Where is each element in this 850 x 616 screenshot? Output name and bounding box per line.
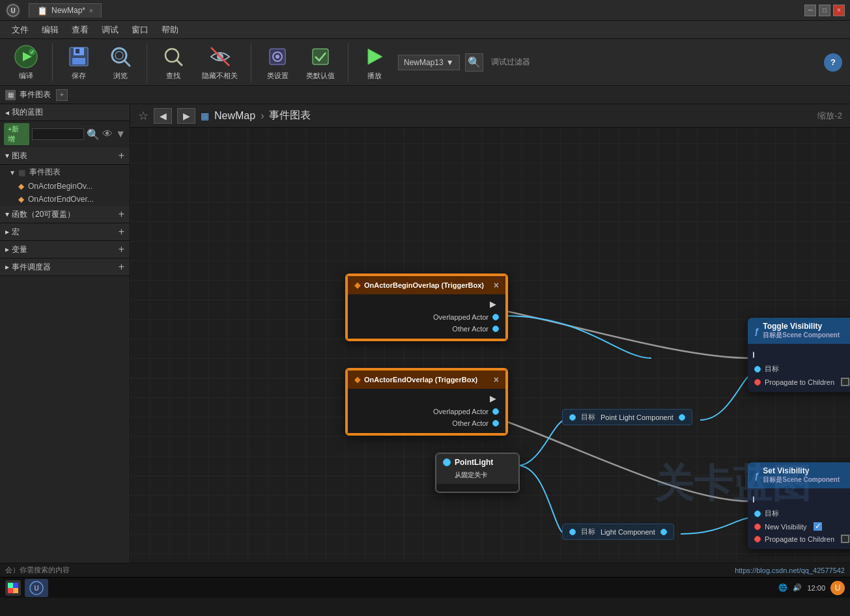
browse-label: 浏览: [113, 71, 128, 81]
menu-edit[interactable]: 编辑: [35, 21, 65, 38]
minimize-btn[interactable]: ─: [804, 5, 816, 16]
graph-section-header: ▾ 图表 +: [0, 147, 130, 165]
toolbar-divider-2: [147, 43, 147, 82]
begin-overlap-close[interactable]: ×: [494, 280, 499, 290]
end-overlap-event-icon: ◆: [354, 375, 360, 384]
svg-rect-24: [13, 583, 18, 588]
macro-section-header: ▸ 宏 +: [0, 223, 130, 241]
graph-add-btn[interactable]: +: [119, 150, 124, 161]
toggle-visibility-node[interactable]: ƒ Toggle Visibility 目标是Scene Component 目…: [748, 318, 850, 392]
save-label: 保存: [72, 71, 86, 81]
taskbar-user-avatar[interactable]: U: [830, 581, 845, 595]
svg-rect-20: [313, 49, 328, 64]
pointlight-subtitle: 从固定关卡: [443, 471, 487, 480]
class-settings-button[interactable]: 类设置: [259, 41, 296, 83]
sidebar-menu-icon[interactable]: ▼: [115, 128, 126, 140]
toggle-vis-exec-row: [748, 348, 850, 362]
taskbar-start[interactable]: [5, 580, 21, 596]
toggle-vis-func-icon: ƒ: [754, 326, 759, 336]
favorite-icon[interactable]: ☆: [138, 109, 149, 123]
begin-overlap-actor-pin: Overlapped Actor: [348, 311, 505, 323]
play-button[interactable]: 播放: [356, 41, 393, 83]
end-overlap-label: OnActorEndOver...: [28, 195, 94, 204]
other-actor-pin-dot: [492, 326, 499, 332]
main-layout: ◂ 我的蓝图 +新增 🔍 👁 ▼ ▾ 图表 + ▾ ▦ 事件图表 ◆ OnAct…: [0, 104, 850, 563]
debug-filter-dropdown[interactable]: NewMap13 ▼: [398, 55, 460, 70]
pointlight-node[interactable]: PointLight 从固定关卡: [435, 453, 520, 493]
svg-rect-9: [76, 49, 79, 53]
svg-rect-23: [8, 588, 13, 593]
event-graph-tab-label[interactable]: 事件图表: [20, 89, 51, 100]
help-button[interactable]: ?: [824, 53, 842, 72]
breadcrumb-sep: ›: [261, 110, 264, 122]
titlebar: U 📋 NewMap* × ─ □ ×: [0, 0, 850, 21]
window-controls: ─ □ ×: [804, 5, 845, 16]
set-vis-title: Set Visibility: [763, 466, 840, 475]
begin-overlap-title: OnActorBeginOverlap (TriggerBox): [364, 281, 484, 289]
var-label: 变量: [12, 244, 27, 255]
begin-overlap-exec-pin: [348, 298, 505, 311]
exec-out-icon: [490, 300, 499, 309]
toggle-target-dot: [754, 366, 761, 372]
end-exec-out-icon: [490, 395, 499, 404]
menu-debug[interactable]: 调试: [95, 21, 125, 38]
macro-add-btn[interactable]: +: [119, 226, 124, 238]
maximize-btn[interactable]: □: [819, 5, 830, 16]
sidebar-search-input[interactable]: [32, 128, 84, 140]
tc1-label: 目标: [581, 412, 595, 422]
toggle-propagate-checkbox[interactable]: [841, 378, 849, 386]
toggle-target-pin: 目标: [748, 362, 850, 376]
end-overlap-node[interactable]: ◆ OnActorEndOverlap (TriggerBox) × Overl…: [345, 368, 508, 436]
save-button[interactable]: 保存: [61, 41, 97, 83]
blueprint-canvas[interactable]: ☆ ◀ ▶ ▦ NewMap › 事件图表 缩放-2: [130, 104, 850, 563]
close-btn[interactable]: ×: [833, 5, 845, 16]
hide-button[interactable]: 隐藏不相关: [197, 41, 243, 83]
breadcrumb-map: NewMap: [214, 110, 255, 122]
menu-window[interactable]: 窗口: [125, 21, 155, 38]
graph-expand-icon: ▾: [5, 151, 9, 160]
sidebar-event-chart[interactable]: ▾ ▦ 事件图表: [0, 165, 130, 180]
new-visibility-checkbox[interactable]: [814, 522, 822, 531]
find-label: 查找: [166, 71, 180, 81]
class-defaults-button[interactable]: 类默认值: [301, 41, 340, 83]
func-add-btn[interactable]: +: [119, 208, 124, 220]
taskbar: U 🌐 🔊 12:00 U: [0, 577, 850, 598]
svg-rect-22: [8, 583, 13, 588]
set-vis-body: 目标 New Visibility Propagate to Children: [748, 488, 850, 549]
eye-icon[interactable]: 👁: [102, 128, 113, 140]
menu-help[interactable]: 帮助: [155, 21, 185, 38]
menu-view[interactable]: 查看: [65, 21, 95, 38]
play-label: 播放: [367, 71, 382, 81]
active-tab[interactable]: 📋 NewMap* ×: [29, 3, 102, 18]
sidebar-begin-overlap[interactable]: ◆ OnActorBeginOv...: [0, 180, 130, 193]
set-propagate-dot: [754, 536, 761, 542]
set-visibility-node[interactable]: ƒ Set Visibility 目标是Scene Component 目标: [748, 462, 850, 549]
set-propagate-checkbox[interactable]: [841, 535, 849, 543]
sidebar-end-overlap[interactable]: ◆ OnActorEndOver...: [0, 193, 130, 206]
ed-add-btn[interactable]: +: [119, 261, 124, 273]
pointlight-title-row: PointLight: [443, 458, 493, 467]
menu-file[interactable]: 文件: [5, 21, 35, 38]
taskbar-time: 12:00: [807, 584, 825, 592]
graph-section-label: 图表: [12, 150, 27, 161]
tc2-left-pin: [569, 529, 576, 535]
set-new-vis-label: New Visibility: [765, 523, 807, 531]
zoom-label: 缩放-2: [817, 110, 842, 122]
compile-button[interactable]: ✓ 编译: [8, 41, 44, 83]
forward-btn[interactable]: ▶: [177, 108, 195, 124]
var-add-btn[interactable]: +: [119, 244, 124, 255]
svg-text:✓: ✓: [30, 49, 35, 55]
set-vis-func-icon: ƒ: [754, 471, 759, 481]
taskbar-ue4[interactable]: U: [25, 579, 48, 597]
new-btn[interactable]: +新增: [4, 123, 29, 145]
end-overlap-close[interactable]: ×: [494, 374, 499, 385]
find-button[interactable]: 查找: [155, 41, 191, 83]
browse-button[interactable]: 浏览: [102, 41, 139, 83]
statusbar: 会）你需搜索的内容 https://blog.csdn.net/qq_42577…: [0, 563, 850, 577]
begin-overlap-node[interactable]: ◆ OnActorBeginOverlap (TriggerBox) × Ove…: [345, 273, 508, 341]
back-btn[interactable]: ◀: [154, 108, 172, 124]
debug-search-btn[interactable]: 🔍: [465, 53, 483, 72]
map-name-label: NewMap13: [404, 58, 444, 67]
tab-close-btn[interactable]: ×: [89, 7, 93, 14]
add-tab-btn[interactable]: +: [56, 89, 68, 101]
